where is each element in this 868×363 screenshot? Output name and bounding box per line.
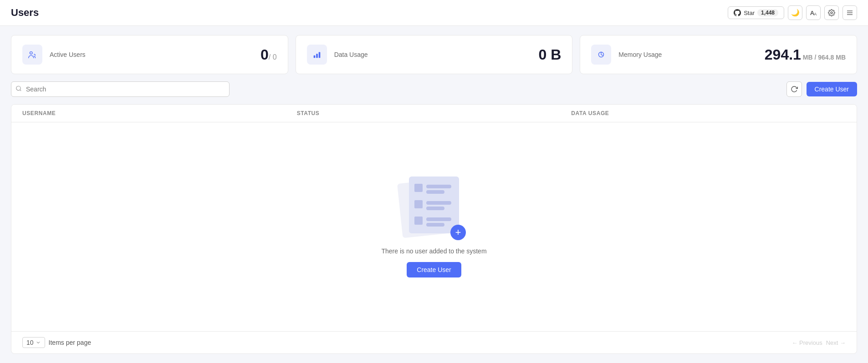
next-button[interactable]: Next → xyxy=(826,339,846,346)
memory-usage-icon xyxy=(596,50,606,60)
doc-line-4 xyxy=(426,207,444,210)
top-bar-actions: Star 1,448 🌙 A A xyxy=(728,5,857,20)
data-usage-icon-wrapper xyxy=(307,45,327,65)
data-usage-value-wrapper: 0 B xyxy=(539,47,562,62)
previous-button[interactable]: ← Previous xyxy=(791,339,822,346)
search-wrapper xyxy=(11,81,230,97)
memory-usage-icon-wrapper xyxy=(591,45,611,65)
col-username: USERNAME xyxy=(22,110,297,116)
data-usage-label: Data Usage xyxy=(334,51,368,58)
page-title: Users xyxy=(11,7,39,19)
table-header: USERNAME STATUS DATA USAGE xyxy=(11,105,857,122)
col-status: STATUS xyxy=(297,110,572,116)
github-star-label: Star xyxy=(744,10,755,16)
active-users-card: Active Users 0/ 0 xyxy=(11,35,288,74)
github-star-button[interactable]: Star 1,448 xyxy=(728,6,784,19)
empty-state-illustration: + xyxy=(398,176,470,240)
dark-mode-button[interactable]: 🌙 xyxy=(788,5,802,20)
memory-usage-label: Memory Usage xyxy=(618,51,662,58)
per-page-select[interactable]: 10 xyxy=(22,337,45,348)
search-input[interactable] xyxy=(11,81,230,97)
memory-usage-value: 294.1MB / 964.8 MB xyxy=(765,46,846,63)
refresh-icon xyxy=(791,86,798,93)
svg-rect-9 xyxy=(318,52,320,58)
doc-item-1 xyxy=(414,184,423,192)
create-user-button-top[interactable]: Create User xyxy=(807,82,857,96)
doc-item-2 xyxy=(414,200,423,208)
top-bar: Users Star 1,448 🌙 A A xyxy=(0,0,868,26)
active-users-value: 0/ 0 xyxy=(260,46,277,63)
doc-item-3 xyxy=(414,217,423,225)
action-bar-right: Create User xyxy=(786,81,857,97)
github-icon xyxy=(734,9,741,16)
data-usage-icon xyxy=(312,50,322,60)
doc-line-2 xyxy=(426,190,444,194)
col-data-usage: DATA USAGE xyxy=(571,110,846,116)
svg-point-12 xyxy=(16,86,20,90)
memory-usage-value-wrapper: 294.1MB / 964.8 MB xyxy=(765,47,846,62)
active-users-value-wrapper: 0/ 0 xyxy=(260,47,277,62)
empty-state: + There is no user added to the system C… xyxy=(381,176,486,277)
star-count: 1,448 xyxy=(757,9,778,16)
settings-button[interactable] xyxy=(824,5,839,20)
svg-rect-7 xyxy=(313,55,315,58)
memory-usage-card: Memory Usage 294.1MB / 964.8 MB xyxy=(580,35,857,74)
main-content: Active Users 0/ 0 Data Usa xyxy=(0,26,868,363)
dark-mode-icon: 🌙 xyxy=(791,9,800,17)
doc-line-6 xyxy=(426,223,444,227)
active-users-label: Active Users xyxy=(50,51,86,58)
per-page-value: 10 xyxy=(26,339,34,346)
empty-state-text: There is no user added to the system xyxy=(381,247,486,255)
translate-button[interactable]: A A xyxy=(806,5,821,20)
svg-rect-8 xyxy=(316,54,318,58)
users-table: USERNAME STATUS DATA USAGE xyxy=(11,104,857,354)
items-per-page-label: Items per page xyxy=(49,339,91,346)
create-user-button-center[interactable]: Create User xyxy=(407,262,461,277)
data-usage-value: 0 B xyxy=(539,46,562,63)
doc-front xyxy=(409,176,459,233)
active-users-icon-wrapper xyxy=(22,45,42,65)
doc-line-1 xyxy=(426,185,451,188)
refresh-button[interactable] xyxy=(786,81,802,97)
action-bar: Create User xyxy=(11,81,857,97)
svg-point-0 xyxy=(831,12,832,14)
nav-buttons: ← Previous Next → xyxy=(791,339,846,346)
doc-line-3 xyxy=(426,201,451,205)
chevron-down-icon xyxy=(36,340,41,345)
pagination-bar: 10 Items per page ← Previous Next → xyxy=(11,331,857,353)
menu-button[interactable] xyxy=(842,5,857,20)
svg-line-13 xyxy=(20,90,21,91)
items-per-page-wrapper: 10 Items per page xyxy=(22,337,91,348)
translate-icon-sub: A xyxy=(814,12,817,16)
data-usage-card: Data Usage 0 B xyxy=(296,35,573,74)
active-users-icon xyxy=(27,50,37,60)
table-body: + There is no user added to the system C… xyxy=(11,122,857,331)
doc-line-5 xyxy=(426,217,451,221)
settings-icon xyxy=(828,9,835,16)
plus-circle: + xyxy=(450,225,466,240)
menu-icon xyxy=(846,9,853,16)
search-icon xyxy=(15,86,22,93)
stats-row: Active Users 0/ 0 Data Usa xyxy=(11,35,857,74)
